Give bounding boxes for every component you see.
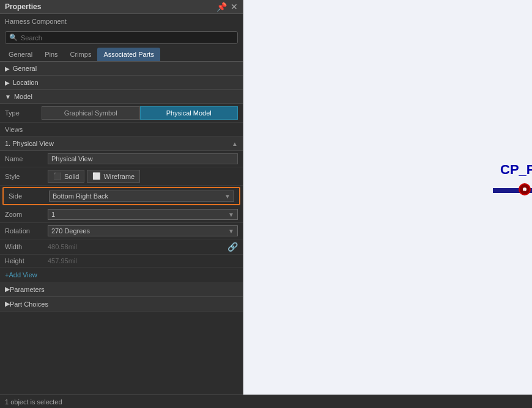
type-row: Type Graphical Symbol Physical Model bbox=[0, 104, 243, 123]
connector-dot-inner: ⋮ bbox=[523, 188, 526, 191]
arrow-general: ▶ bbox=[5, 65, 10, 72]
tab-general[interactable]: General bbox=[2, 48, 39, 61]
arrow-part-choices: ▶ bbox=[5, 300, 10, 308]
section-location[interactable]: ▶ Location bbox=[0, 76, 243, 90]
section-model[interactable]: ▼ Model bbox=[0, 90, 243, 104]
style-solid-btn[interactable]: ⬛ Solid bbox=[48, 170, 84, 183]
wireframe-label: Wireframe bbox=[103, 173, 135, 180]
section-part-choices-label: Part Choices bbox=[10, 301, 48, 308]
arrow-location: ▶ bbox=[5, 79, 10, 86]
height-label: Height bbox=[5, 257, 48, 264]
solid-icon: ⬛ bbox=[53, 172, 62, 180]
tab-associated-parts[interactable]: Associated Parts bbox=[97, 48, 160, 61]
properties-panel: Properties 📌 ✕ Harness Component 🔍 Gener… bbox=[0, 0, 243, 395]
section-part-choices[interactable]: ▶ Part Choices bbox=[0, 297, 243, 311]
zoom-row: Zoom 1 ▼ bbox=[0, 206, 243, 223]
height-row: Height 457.95mil bbox=[0, 255, 243, 268]
status-bar: 1 object is selected bbox=[0, 395, 532, 408]
tab-pins[interactable]: Pins bbox=[39, 48, 64, 61]
arrow-model: ▼ bbox=[5, 93, 11, 100]
search-bar: 🔍 bbox=[5, 31, 238, 44]
zoom-dropdown[interactable]: 1 ▼ bbox=[48, 209, 238, 220]
name-input[interactable] bbox=[48, 153, 238, 164]
section-parameters-label: Parameters bbox=[10, 286, 45, 293]
type-buttons: Graphical Symbol Physical Model bbox=[42, 106, 238, 120]
tabs-bar: General Pins Crimps Associated Parts bbox=[0, 46, 243, 62]
zoom-value: 1 bbox=[51, 211, 55, 218]
search-icon: 🔍 bbox=[9, 34, 18, 42]
view-chevron: ▲ bbox=[232, 140, 238, 147]
model-section: Type Graphical Symbol Physical Model Vie… bbox=[0, 104, 243, 268]
views-header: Views bbox=[0, 123, 243, 137]
connector-dot: ⋮ bbox=[519, 183, 531, 195]
width-row: Width 480.58mil 🔗 bbox=[0, 239, 243, 255]
section-general[interactable]: ▶ General bbox=[0, 62, 243, 76]
arrow-parameters: ▶ bbox=[5, 285, 10, 293]
style-buttons: ⬛ Solid ⬜ Wireframe bbox=[48, 170, 238, 183]
wireframe-icon: ⬜ bbox=[92, 172, 101, 180]
type-label: Type bbox=[5, 109, 42, 117]
add-view-button[interactable]: +Add View bbox=[0, 268, 243, 282]
section-parameters[interactable]: ▶ Parameters bbox=[0, 282, 243, 297]
style-row: Style ⬛ Solid ⬜ Wireframe bbox=[0, 167, 243, 186]
section-model-label: Model bbox=[14, 93, 32, 100]
section-general-label: General bbox=[13, 65, 37, 72]
pin-button[interactable]: 📌 bbox=[216, 2, 227, 11]
view-item-header[interactable]: 1. Physical View ▲ bbox=[0, 137, 243, 151]
solid-label: Solid bbox=[64, 173, 79, 180]
side-dropdown[interactable]: Bottom Right Back ▼ bbox=[49, 191, 234, 202]
search-input[interactable] bbox=[21, 34, 234, 42]
dropdown-arrow-rotation: ▼ bbox=[228, 228, 234, 235]
side-label: Side bbox=[9, 192, 49, 200]
panel-controls: 📌 ✕ bbox=[216, 2, 238, 11]
dropdown-arrow-side: ▼ bbox=[224, 193, 231, 200]
rotation-value: 270 Degrees bbox=[51, 227, 90, 235]
rotation-label: Rotation bbox=[5, 227, 48, 235]
dropdown-arrow-zoom: ▼ bbox=[228, 211, 234, 218]
panel-subtitle: Harness Component bbox=[0, 14, 243, 29]
section-location-label: Location bbox=[13, 79, 39, 86]
rotation-dropdown[interactable]: 270 Degrees ▼ bbox=[48, 225, 238, 236]
status-message: 1 object is selected bbox=[5, 398, 62, 406]
width-label: Width bbox=[5, 243, 48, 250]
close-button[interactable]: ✕ bbox=[231, 2, 238, 11]
component-label-cp: CP_P2 bbox=[500, 162, 532, 178]
type-physical-model[interactable]: Physical Model bbox=[140, 106, 238, 120]
style-wireframe-btn[interactable]: ⬜ Wireframe bbox=[87, 170, 140, 183]
zoom-label: Zoom bbox=[5, 211, 48, 218]
panel-title: Properties bbox=[5, 2, 41, 11]
tab-crimps[interactable]: Crimps bbox=[64, 48, 98, 61]
type-graphical-symbol[interactable]: Graphical Symbol bbox=[42, 106, 140, 120]
panel-header: Properties 📌 ✕ bbox=[0, 0, 243, 14]
lock-icon[interactable]: 🔗 bbox=[227, 242, 238, 252]
canvas-area: P2 CP_P2 ⋮ bbox=[243, 0, 532, 395]
name-label: Name bbox=[5, 155, 48, 162]
view-item-label: 1. Physical View bbox=[5, 140, 54, 147]
style-label: Style bbox=[5, 173, 48, 180]
side-value: Bottom Right Back bbox=[53, 192, 108, 200]
main-layout: Properties 📌 ✕ Harness Component 🔍 Gener… bbox=[0, 0, 532, 395]
width-value: 480.58mil bbox=[48, 243, 227, 250]
panel-body: ▶ General ▶ Location ▼ Model Type Graphi… bbox=[0, 62, 243, 395]
name-row: Name bbox=[0, 151, 243, 167]
side-row: Side Bottom Right Back ▼ bbox=[2, 187, 240, 205]
rotation-row: Rotation 270 Degrees ▼ bbox=[0, 223, 243, 239]
height-value: 457.95mil bbox=[48, 257, 238, 264]
